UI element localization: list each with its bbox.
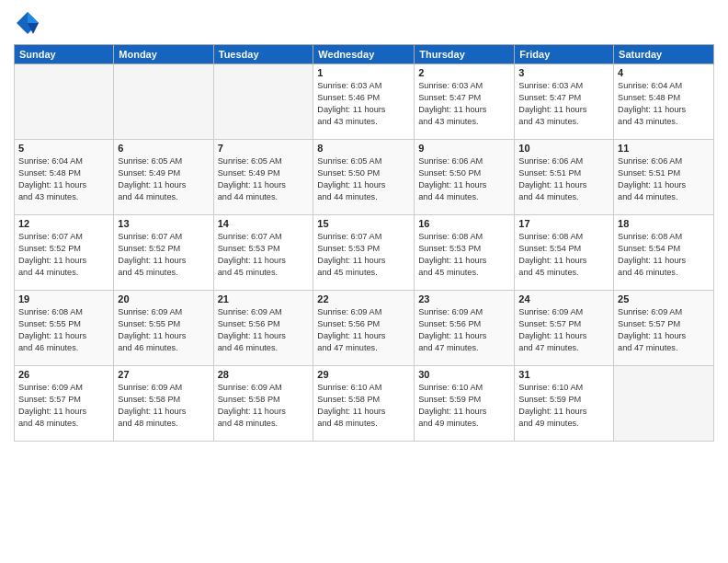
day-info: Sunrise: 6:09 AM Sunset: 5:55 PM Dayligh… bbox=[118, 306, 209, 354]
page: SundayMondayTuesdayWednesdayThursdayFrid… bbox=[0, 0, 728, 563]
calendar-day-23: 23Sunrise: 6:09 AM Sunset: 5:56 PM Dayli… bbox=[415, 291, 515, 366]
calendar-empty bbox=[614, 366, 714, 442]
day-info: Sunrise: 6:09 AM Sunset: 5:58 PM Dayligh… bbox=[118, 382, 209, 430]
day-info: Sunrise: 6:08 AM Sunset: 5:54 PM Dayligh… bbox=[518, 231, 609, 279]
calendar-header-row: SundayMondayTuesdayWednesdayThursdayFrid… bbox=[15, 45, 714, 64]
day-info: Sunrise: 6:05 AM Sunset: 5:49 PM Dayligh… bbox=[118, 155, 209, 203]
calendar-day-18: 18Sunrise: 6:08 AM Sunset: 5:54 PM Dayli… bbox=[614, 215, 714, 291]
weekday-header-tuesday: Tuesday bbox=[213, 45, 313, 64]
day-info: Sunrise: 6:10 AM Sunset: 5:59 PM Dayligh… bbox=[518, 382, 609, 430]
calendar-day-24: 24Sunrise: 6:09 AM Sunset: 5:57 PM Dayli… bbox=[515, 291, 614, 366]
day-number: 18 bbox=[618, 218, 710, 229]
day-number: 23 bbox=[418, 293, 510, 304]
day-info: Sunrise: 6:09 AM Sunset: 5:57 PM Dayligh… bbox=[518, 306, 609, 354]
calendar-day-12: 12Sunrise: 6:07 AM Sunset: 5:52 PM Dayli… bbox=[15, 215, 114, 291]
day-info: Sunrise: 6:03 AM Sunset: 5:47 PM Dayligh… bbox=[418, 80, 510, 128]
calendar-day-16: 16Sunrise: 6:08 AM Sunset: 5:53 PM Dayli… bbox=[415, 215, 515, 291]
logo bbox=[14, 9, 45, 37]
day-info: Sunrise: 6:08 AM Sunset: 5:54 PM Dayligh… bbox=[618, 231, 710, 279]
calendar-empty bbox=[15, 64, 114, 140]
weekday-header-thursday: Thursday bbox=[415, 45, 515, 64]
day-number: 17 bbox=[518, 218, 609, 229]
weekday-header-monday: Monday bbox=[114, 45, 213, 64]
calendar-empty bbox=[114, 64, 213, 140]
calendar-day-6: 6Sunrise: 6:05 AM Sunset: 5:49 PM Daylig… bbox=[114, 140, 213, 215]
calendar: SundayMondayTuesdayWednesdayThursdayFrid… bbox=[14, 44, 714, 442]
calendar-day-13: 13Sunrise: 6:07 AM Sunset: 5:52 PM Dayli… bbox=[114, 215, 213, 291]
calendar-day-20: 20Sunrise: 6:09 AM Sunset: 5:55 PM Dayli… bbox=[114, 291, 213, 366]
day-info: Sunrise: 6:09 AM Sunset: 5:58 PM Dayligh… bbox=[218, 382, 310, 430]
day-number: 27 bbox=[118, 369, 209, 380]
calendar-day-10: 10Sunrise: 6:06 AM Sunset: 5:51 PM Dayli… bbox=[515, 140, 614, 215]
day-info: Sunrise: 6:03 AM Sunset: 5:47 PM Dayligh… bbox=[518, 80, 609, 128]
svg-marker-1 bbox=[28, 12, 39, 23]
day-info: Sunrise: 6:09 AM Sunset: 5:57 PM Dayligh… bbox=[18, 382, 109, 430]
day-number: 8 bbox=[317, 143, 410, 154]
day-info: Sunrise: 6:05 AM Sunset: 5:50 PM Dayligh… bbox=[317, 155, 410, 203]
calendar-day-17: 17Sunrise: 6:08 AM Sunset: 5:54 PM Dayli… bbox=[515, 215, 614, 291]
day-info: Sunrise: 6:04 AM Sunset: 5:48 PM Dayligh… bbox=[618, 80, 710, 128]
day-info: Sunrise: 6:09 AM Sunset: 5:57 PM Dayligh… bbox=[618, 306, 710, 354]
day-number: 20 bbox=[118, 293, 209, 304]
day-number: 15 bbox=[317, 218, 410, 229]
day-info: Sunrise: 6:06 AM Sunset: 5:51 PM Dayligh… bbox=[618, 155, 710, 203]
day-info: Sunrise: 6:03 AM Sunset: 5:46 PM Dayligh… bbox=[317, 80, 410, 128]
calendar-day-25: 25Sunrise: 6:09 AM Sunset: 5:57 PM Dayli… bbox=[614, 291, 714, 366]
day-number: 31 bbox=[518, 369, 609, 380]
day-number: 10 bbox=[518, 143, 609, 154]
day-info: Sunrise: 6:05 AM Sunset: 5:49 PM Dayligh… bbox=[218, 155, 310, 203]
calendar-week-2: 5Sunrise: 6:04 AM Sunset: 5:48 PM Daylig… bbox=[15, 140, 714, 215]
day-info: Sunrise: 6:08 AM Sunset: 5:55 PM Dayligh… bbox=[18, 306, 109, 354]
day-number: 13 bbox=[118, 218, 209, 229]
weekday-header-friday: Friday bbox=[515, 45, 614, 64]
calendar-day-29: 29Sunrise: 6:10 AM Sunset: 5:58 PM Dayli… bbox=[313, 366, 415, 442]
day-number: 19 bbox=[18, 293, 109, 304]
calendar-day-1: 1Sunrise: 6:03 AM Sunset: 5:46 PM Daylig… bbox=[313, 64, 415, 140]
day-number: 11 bbox=[618, 143, 710, 154]
day-info: Sunrise: 6:07 AM Sunset: 5:53 PM Dayligh… bbox=[317, 231, 410, 279]
day-number: 16 bbox=[418, 218, 510, 229]
calendar-day-2: 2Sunrise: 6:03 AM Sunset: 5:47 PM Daylig… bbox=[415, 64, 515, 140]
calendar-day-28: 28Sunrise: 6:09 AM Sunset: 5:58 PM Dayli… bbox=[213, 366, 313, 442]
calendar-day-14: 14Sunrise: 6:07 AM Sunset: 5:53 PM Dayli… bbox=[213, 215, 313, 291]
day-info: Sunrise: 6:07 AM Sunset: 5:53 PM Dayligh… bbox=[218, 231, 310, 279]
day-info: Sunrise: 6:08 AM Sunset: 5:53 PM Dayligh… bbox=[418, 231, 510, 279]
day-number: 26 bbox=[18, 369, 109, 380]
day-info: Sunrise: 6:09 AM Sunset: 5:56 PM Dayligh… bbox=[418, 306, 510, 354]
calendar-day-26: 26Sunrise: 6:09 AM Sunset: 5:57 PM Dayli… bbox=[15, 366, 114, 442]
day-number: 5 bbox=[18, 143, 109, 154]
day-info: Sunrise: 6:06 AM Sunset: 5:51 PM Dayligh… bbox=[518, 155, 609, 203]
calendar-day-22: 22Sunrise: 6:09 AM Sunset: 5:56 PM Dayli… bbox=[313, 291, 415, 366]
day-info: Sunrise: 6:07 AM Sunset: 5:52 PM Dayligh… bbox=[18, 231, 109, 279]
day-number: 14 bbox=[218, 218, 310, 229]
day-number: 28 bbox=[218, 369, 310, 380]
day-number: 4 bbox=[618, 67, 710, 78]
day-info: Sunrise: 6:09 AM Sunset: 5:56 PM Dayligh… bbox=[317, 306, 410, 354]
day-number: 6 bbox=[118, 143, 209, 154]
weekday-header-saturday: Saturday bbox=[614, 45, 714, 64]
calendar-day-7: 7Sunrise: 6:05 AM Sunset: 5:49 PM Daylig… bbox=[213, 140, 313, 215]
calendar-day-9: 9Sunrise: 6:06 AM Sunset: 5:50 PM Daylig… bbox=[415, 140, 515, 215]
day-number: 1 bbox=[317, 67, 410, 78]
day-info: Sunrise: 6:09 AM Sunset: 5:56 PM Dayligh… bbox=[218, 306, 310, 354]
day-number: 25 bbox=[618, 293, 710, 304]
calendar-day-4: 4Sunrise: 6:04 AM Sunset: 5:48 PM Daylig… bbox=[614, 64, 714, 140]
day-number: 12 bbox=[18, 218, 109, 229]
day-number: 2 bbox=[418, 67, 510, 78]
calendar-day-3: 3Sunrise: 6:03 AM Sunset: 5:47 PM Daylig… bbox=[515, 64, 614, 140]
weekday-header-sunday: Sunday bbox=[15, 45, 114, 64]
calendar-day-21: 21Sunrise: 6:09 AM Sunset: 5:56 PM Dayli… bbox=[213, 291, 313, 366]
day-info: Sunrise: 6:07 AM Sunset: 5:52 PM Dayligh… bbox=[118, 231, 209, 279]
day-number: 22 bbox=[317, 293, 410, 304]
calendar-week-5: 26Sunrise: 6:09 AM Sunset: 5:57 PM Dayli… bbox=[15, 366, 714, 442]
calendar-day-19: 19Sunrise: 6:08 AM Sunset: 5:55 PM Dayli… bbox=[15, 291, 114, 366]
day-number: 7 bbox=[218, 143, 310, 154]
calendar-day-30: 30Sunrise: 6:10 AM Sunset: 5:59 PM Dayli… bbox=[415, 366, 515, 442]
day-number: 3 bbox=[518, 67, 609, 78]
calendar-day-5: 5Sunrise: 6:04 AM Sunset: 5:48 PM Daylig… bbox=[15, 140, 114, 215]
calendar-day-8: 8Sunrise: 6:05 AM Sunset: 5:50 PM Daylig… bbox=[313, 140, 415, 215]
calendar-day-27: 27Sunrise: 6:09 AM Sunset: 5:58 PM Dayli… bbox=[114, 366, 213, 442]
calendar-day-15: 15Sunrise: 6:07 AM Sunset: 5:53 PM Dayli… bbox=[313, 215, 415, 291]
day-number: 9 bbox=[418, 143, 510, 154]
calendar-week-1: 1Sunrise: 6:03 AM Sunset: 5:46 PM Daylig… bbox=[15, 64, 714, 140]
